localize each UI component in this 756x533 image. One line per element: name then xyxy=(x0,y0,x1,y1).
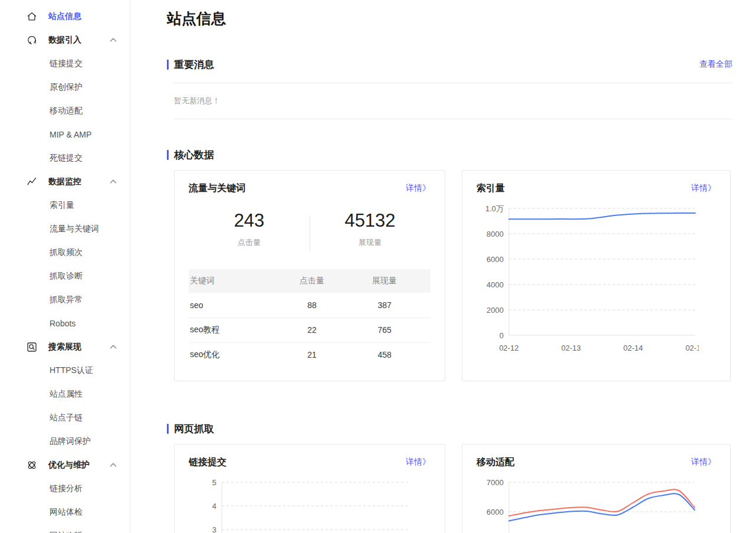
section-accent-bar xyxy=(167,60,169,70)
traffic-stats: 243 点击量 45132 展现量 xyxy=(189,210,430,248)
traffic-keywords-card: 流量与关键词 详情》 243 点击量 45132 展现量 关键词点击量展现量se… xyxy=(174,170,445,381)
sidebar-item[interactable]: Robots xyxy=(0,312,130,335)
link-submit-card-title: 链接提交 xyxy=(189,456,226,469)
chevron-up-icon[interactable] xyxy=(107,459,119,471)
crawl-cards-row: 链接提交 详情》 543 移动适配 详情》 700060005000 xyxy=(174,444,732,533)
svg-text:02-15: 02-15 xyxy=(685,344,699,352)
section-accent-bar xyxy=(167,150,169,160)
sidebar-item[interactable]: 抓取诊断 xyxy=(0,264,130,288)
table-row: seo优化21458 xyxy=(189,342,430,367)
home-icon xyxy=(26,11,38,22)
page-title: 站点信息 xyxy=(167,8,732,28)
sidebar-item[interactable]: 链接分析 xyxy=(0,477,130,501)
sidebar-item[interactable]: 索引量 xyxy=(0,194,130,217)
table-row: seo教程22765 xyxy=(189,318,430,342)
table-cell: 458 xyxy=(338,342,430,367)
traffic-card-title: 流量与关键词 xyxy=(189,182,245,195)
table-cell: 387 xyxy=(338,293,430,318)
link-submit-chart: 543 xyxy=(189,476,430,533)
link-submit-card: 链接提交 详情》 543 xyxy=(174,444,445,533)
sidebar-group-2[interactable]: 数据监控 xyxy=(0,170,130,194)
index-details-link[interactable]: 详情》 xyxy=(691,183,716,194)
impressions-stat: 45132 展现量 xyxy=(310,210,430,248)
sidebar-item[interactable]: HTTPS认证 xyxy=(0,359,130,382)
table-cell: seo教程 xyxy=(189,318,285,342)
sidebar-group-label: 数据监控 xyxy=(48,176,107,187)
stat-divider xyxy=(310,215,310,251)
sidebar-group-label: 数据引入 xyxy=(48,35,107,45)
table-cell: 21 xyxy=(285,342,338,367)
table-header: 关键词 xyxy=(189,269,285,293)
data-monitor-icon xyxy=(26,176,38,188)
messages-section-title: 重要消息 xyxy=(174,58,214,71)
chevron-up-icon[interactable] xyxy=(107,341,119,353)
search-display-icon xyxy=(26,341,38,353)
view-all-link[interactable]: 查看全部 xyxy=(699,59,732,70)
svg-text:2000: 2000 xyxy=(487,306,504,315)
section-crawl-header: 网页抓取 xyxy=(167,423,732,434)
sidebar-item[interactable]: 链接提交 xyxy=(0,52,130,76)
sidebar-group-label: 站点信息 xyxy=(48,11,119,22)
sidebar-item[interactable]: 网站改版 xyxy=(0,524,130,533)
sidebar-item[interactable]: 原创保护 xyxy=(0,76,130,99)
svg-text:7000: 7000 xyxy=(487,478,504,487)
clicks-value: 243 xyxy=(189,210,310,232)
svg-text:0: 0 xyxy=(499,331,504,340)
no-messages-text: 暂无新消息！ xyxy=(174,96,732,106)
mobile-adapt-card-title: 移动适配 xyxy=(476,456,514,469)
chevron-up-icon[interactable] xyxy=(107,34,119,46)
sidebar-group-label: 优化与维护 xyxy=(48,460,107,470)
sidebar-item[interactable]: 流量与关键词 xyxy=(0,217,130,241)
sidebar-item[interactable]: 抓取频次 xyxy=(0,241,130,264)
link-submit-details-link[interactable]: 详情》 xyxy=(406,457,430,467)
svg-text:02-13: 02-13 xyxy=(561,344,581,352)
sidebar-item[interactable]: 抓取异常 xyxy=(0,288,130,312)
core-section-title: 核心数据 xyxy=(174,148,214,162)
section-core-header: 核心数据 xyxy=(167,149,732,161)
main-content: 站点信息 重要消息 查看全部 暂无新消息！ 核心数据 流量与关键词 详情》 24… xyxy=(167,0,732,533)
mobile-adapt-card: 移动适配 详情》 700060005000 xyxy=(462,444,731,533)
messages-box: 暂无新消息！ xyxy=(174,83,732,119)
sidebar-item[interactable]: MIP & AMP xyxy=(0,123,130,146)
sidebar-item[interactable]: 站点属性 xyxy=(0,382,130,406)
svg-text:02-14: 02-14 xyxy=(623,344,643,352)
mobile-adapt-details-link[interactable]: 详情》 xyxy=(691,457,716,467)
table-cell: 22 xyxy=(285,318,338,342)
index-volume-card: 索引量 详情》 1.0万8000600040002000002-1202-130… xyxy=(462,170,731,381)
index-volume-chart: 1.0万8000600040002000002-1202-1302-1402-1… xyxy=(476,202,716,357)
sidebar-group-label: 搜索展现 xyxy=(48,342,107,352)
sidebar-group-1[interactable]: 数据引入 xyxy=(0,28,130,52)
clicks-stat: 243 点击量 xyxy=(189,210,310,248)
traffic-details-link[interactable]: 详情》 xyxy=(406,183,430,194)
svg-text:4: 4 xyxy=(212,502,216,511)
mobile-adapt-chart: 700060005000 xyxy=(476,476,716,533)
chevron-up-icon[interactable] xyxy=(107,176,119,188)
svg-text:4000: 4000 xyxy=(487,280,504,289)
sidebar-group-0[interactable]: 站点信息 xyxy=(0,5,130,28)
svg-text:5: 5 xyxy=(212,478,216,487)
data-import-icon xyxy=(26,34,38,46)
table-row: seo88387 xyxy=(189,293,430,318)
optimize-icon xyxy=(26,459,38,471)
svg-text:8000: 8000 xyxy=(487,230,504,238)
svg-text:02-12: 02-12 xyxy=(499,344,518,352)
index-card-title: 索引量 xyxy=(476,182,505,195)
sidebar-item[interactable]: 品牌词保护 xyxy=(0,430,130,453)
table-header-row: 关键词点击量展现量 xyxy=(189,269,430,293)
section-accent-bar xyxy=(167,424,169,434)
clicks-label: 点击量 xyxy=(189,237,310,248)
svg-text:3: 3 xyxy=(212,525,216,533)
sidebar-item[interactable]: 网站体检 xyxy=(0,501,130,524)
sidebar-item[interactable]: 死链提交 xyxy=(0,146,130,170)
sidebar: 站点信息数据引入链接提交原创保护移动适配MIP & AMP死链提交数据监控索引量… xyxy=(0,0,130,533)
sidebar-group-4[interactable]: 优化与维护 xyxy=(0,453,130,477)
svg-text:6000: 6000 xyxy=(487,255,504,264)
sidebar-group-3[interactable]: 搜索展现 xyxy=(0,335,130,359)
impressions-label: 展现量 xyxy=(310,237,430,248)
sidebar-item[interactable]: 站点子链 xyxy=(0,406,130,430)
impressions-value: 45132 xyxy=(310,210,430,232)
svg-text:1.0万: 1.0万 xyxy=(485,204,504,213)
crawl-section-title: 网页抓取 xyxy=(174,422,214,436)
sidebar-item[interactable]: 移动适配 xyxy=(0,99,130,123)
table-cell: 765 xyxy=(338,318,430,342)
